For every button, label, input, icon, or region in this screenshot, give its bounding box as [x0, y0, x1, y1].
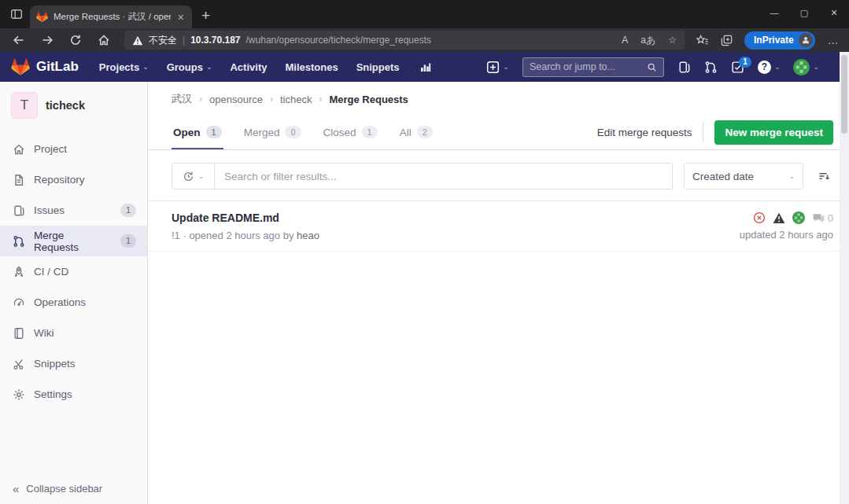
pipeline-failed-icon[interactable]	[753, 212, 766, 224]
breadcrumb-separator: ›	[319, 94, 322, 105]
sidebar-item-repository[interactable]: Repository	[0, 164, 147, 195]
window-maximize-icon[interactable]: ▢	[789, 8, 819, 18]
gitlab-brand[interactable]: GitLab	[11, 57, 79, 76]
issues-icon	[13, 204, 25, 217]
inprivate-label: InPrivate	[754, 35, 794, 46]
tab-actions-icon[interactable]	[5, 3, 28, 25]
new-menu-button[interactable]: ⌄	[486, 61, 509, 74]
main-content: 武汉 › opensource › ticheck › Merge Reques…	[148, 82, 849, 504]
user-avatar	[793, 59, 810, 75]
read-aloud-icon[interactable]: A	[622, 35, 628, 46]
tab-merged-count: 0	[285, 126, 301, 139]
assignee-avatar[interactable]	[792, 212, 805, 224]
security-label[interactable]: 不安全	[149, 34, 177, 47]
collections-icon[interactable]	[720, 34, 733, 47]
project-avatar: T	[11, 92, 38, 119]
breadcrumb-project[interactable]: ticheck	[280, 94, 312, 105]
mr-title[interactable]: Update README.md	[172, 212, 319, 224]
forward-icon[interactable]	[35, 30, 60, 50]
file-icon	[13, 174, 25, 186]
browser-tab[interactable]: Merge Requests · 武汉 / opensc ×	[30, 6, 192, 28]
new-tab-icon[interactable]: +	[201, 8, 210, 23]
tab-closed[interactable]: Closed1	[322, 116, 379, 149]
scrollbar-thumb[interactable]	[841, 55, 847, 134]
window-close-icon[interactable]: ×	[819, 6, 849, 19]
favorites-icon[interactable]	[696, 34, 709, 47]
add-favorite-star-icon[interactable]: ☆	[668, 35, 677, 46]
rocket-icon	[13, 266, 25, 278]
sort-dropdown[interactable]: Created date ⌄	[684, 163, 803, 189]
browser-tabstrip: Merge Requests · 武汉 / opensc × + — ▢ ×	[0, 0, 849, 28]
sidebar-item-project[interactable]: Project	[0, 134, 147, 164]
tab-all-count: 2	[417, 126, 433, 139]
nav-milestones[interactable]: Milestones	[285, 61, 338, 73]
help-menu[interactable]: ? ⌄	[758, 61, 781, 74]
sidebar-item-snippets[interactable]: Snippets	[0, 348, 147, 379]
sort-direction-icon[interactable]	[814, 167, 833, 186]
not-secure-warning-icon	[132, 35, 143, 46]
sidebar-item-ci-cd[interactable]: CI / CD	[0, 256, 147, 287]
mr-meta: !1 · opened 2 hours ago by	[172, 230, 293, 241]
breadcrumb-group[interactable]: 武汉	[172, 92, 192, 106]
recent-searches-dropdown[interactable]: ⌄	[172, 164, 215, 189]
refresh-icon[interactable]	[63, 30, 88, 50]
breadcrumb-current: Merge Requests	[329, 94, 408, 105]
breadcrumb-subgroup[interactable]: opensource	[209, 94, 263, 105]
nav-groups[interactable]: Groups⌄	[167, 61, 212, 73]
sidebar-item-merge-requests[interactable]: Merge Requests 1	[0, 226, 147, 256]
search-input[interactable]: Search or jump to...	[522, 57, 664, 77]
new-merge-request-button[interactable]: New merge request	[714, 120, 833, 145]
browser-toolbar: 不安全 | 10.3.70.187 /wuhan/opensource/tich…	[0, 28, 849, 52]
translate-icon[interactable]: aあ	[640, 34, 655, 47]
page-scrollbar[interactable]	[840, 52, 849, 504]
nav-snippets[interactable]: Snippets	[356, 61, 400, 73]
nav-activity[interactable]: Activity	[230, 61, 267, 73]
inprivate-badge[interactable]: InPrivate	[744, 31, 815, 50]
mr-updated: updated 2 hours ago	[740, 229, 833, 241]
cannot-merge-warning-icon	[773, 212, 785, 224]
collapse-sidebar-button[interactable]: « Collapse sidebar	[0, 473, 147, 504]
tab-all[interactable]: All2	[398, 116, 434, 149]
chart-icon[interactable]	[419, 61, 432, 73]
window-minimize-icon[interactable]: —	[759, 8, 789, 17]
breadcrumb: 武汉 › opensource › ticheck › Merge Reques…	[148, 82, 849, 115]
tab-open[interactable]: Open1	[172, 116, 223, 149]
merge-request-row[interactable]: Update README.md !1 · opened 2 hours ago…	[148, 201, 849, 252]
tab-closed-count: 1	[362, 126, 378, 139]
sidebar-item-operations[interactable]: Operations	[0, 287, 147, 318]
sidebar-item-issues[interactable]: Issues 1	[0, 195, 147, 226]
chevron-down-icon: ⌄	[503, 64, 509, 71]
home-icon[interactable]	[91, 30, 116, 50]
gitlab-nav-links: Projects⌄ Groups⌄ Activity Milestones Sn…	[99, 61, 432, 73]
address-bar[interactable]: 不安全 | 10.3.70.187 /wuhan/opensource/tich…	[124, 31, 685, 50]
project-sidebar: T ticheck Project Repository Issues 1	[0, 82, 148, 504]
home-icon	[13, 143, 25, 156]
merge-request-icon	[13, 235, 25, 248]
edit-merge-requests-button[interactable]: Edit merge requests	[597, 127, 692, 138]
scissors-icon	[13, 358, 25, 370]
project-name: ticheck	[46, 99, 85, 112]
issues-dashboard-icon[interactable]	[677, 61, 691, 74]
user-menu[interactable]: ⌄	[793, 59, 819, 75]
sidebar-item-settings[interactable]: Settings	[0, 379, 147, 410]
merge-requests-dashboard-icon[interactable]	[704, 61, 718, 74]
chevron-down-icon: ⌄	[142, 64, 149, 71]
back-icon[interactable]	[6, 30, 31, 50]
mr-comments[interactable]: 0	[812, 212, 833, 224]
comments-icon	[812, 212, 825, 223]
issues-count-badge: 1	[120, 204, 136, 217]
browser-menu-icon[interactable]: …	[828, 34, 840, 46]
tab-close-icon[interactable]: ×	[176, 12, 186, 23]
page: GitLab Projects⌄ Groups⌄ Activity Milest…	[0, 52, 849, 504]
project-context[interactable]: T ticheck	[0, 82, 147, 128]
sidebar-item-wiki[interactable]: Wiki	[0, 318, 147, 348]
mr-author-link[interactable]: heao	[297, 230, 319, 241]
nav-projects[interactable]: Projects⌄	[99, 61, 149, 73]
tab-merged[interactable]: Merged0	[242, 116, 303, 149]
filter-search-input[interactable]: ⌄ Search or filter results...	[172, 163, 673, 189]
url-host: 10.3.70.187	[190, 35, 240, 46]
todos-icon[interactable]: 1	[731, 61, 744, 74]
breadcrumb-separator: ›	[199, 94, 202, 105]
history-icon	[183, 171, 194, 182]
tab-title: Merge Requests · 武汉 / opensc	[54, 11, 171, 23]
